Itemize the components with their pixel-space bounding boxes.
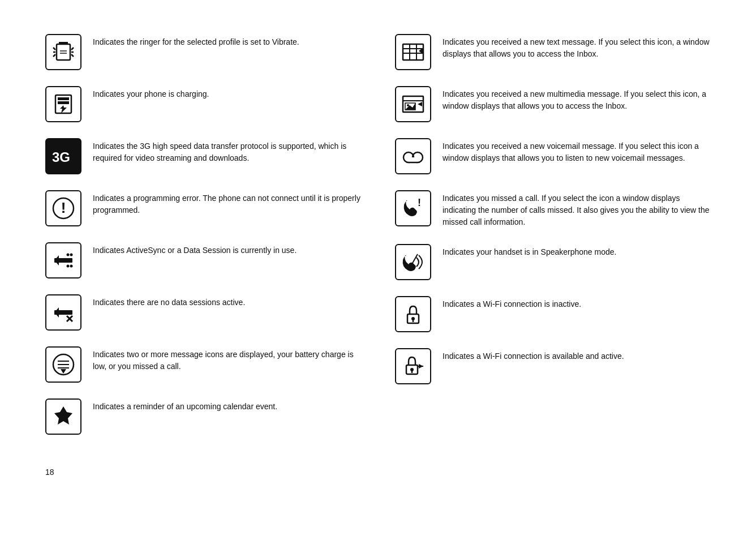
- multi-message-desc: Indicates two or more message icons are …: [93, 346, 361, 372]
- right-column: Indicates you received a new text messag…: [395, 34, 711, 451]
- svg-text:3G: 3G: [52, 149, 70, 165]
- wifi-active-desc: Indicates a Wi-Fi connection is availabl…: [443, 348, 711, 362]
- list-item: Indicates a Wi-Fi connection is inactive…: [395, 296, 711, 332]
- list-item: Indicates your handset is in Speakerphon…: [395, 244, 711, 280]
- page: Indicates the ringer for the selected pr…: [0, 0, 756, 511]
- activesync-desc: Indicates ActiveSync or a Data Session i…: [93, 242, 361, 256]
- list-item: Indicates you received a new text messag…: [395, 34, 711, 70]
- svg-rect-33: [403, 44, 423, 60]
- activesync-icon-box: [45, 242, 81, 278]
- calendar-icon: [51, 404, 76, 429]
- new-mms-desc: Indicates you received a new multimedia …: [443, 86, 711, 112]
- svg-rect-11: [58, 97, 69, 100]
- 3g-desc: Indicates the 3G high speed data transfe…: [93, 138, 361, 164]
- page-number: 18: [45, 468, 711, 477]
- speakerphone-icon-box: [395, 244, 431, 280]
- list-item: Indicates the ringer for the selected pr…: [45, 34, 361, 70]
- list-item: Indicates your phone is charging.: [45, 86, 361, 122]
- svg-rect-12: [58, 101, 69, 104]
- new-text-desc: Indicates you received a new text messag…: [443, 34, 711, 60]
- speakerphone-icon: [401, 250, 426, 275]
- svg-point-22: [70, 265, 73, 268]
- list-item: Indicates two or more message icons are …: [45, 346, 361, 383]
- missed-call-icon-box: !: [395, 190, 431, 226]
- wifi-inactive-icon-box: [395, 296, 431, 332]
- calendar-icon-box: [45, 398, 81, 435]
- speakerphone-desc: Indicates your handset is in Speakerphon…: [443, 244, 711, 258]
- no-data-icon-box: [45, 294, 81, 331]
- list-item: Indicates a Wi-Fi connection is availabl…: [395, 348, 711, 384]
- vibrate-icon: [51, 40, 76, 65]
- svg-marker-44: [418, 102, 422, 106]
- svg-marker-31: [61, 369, 66, 374]
- content: Indicates the ringer for the selected pr…: [45, 34, 711, 451]
- svg-point-21: [67, 265, 70, 268]
- voicemail-desc: Indicates you received a new voicemail m…: [443, 138, 711, 164]
- svg-text:!: !: [418, 197, 421, 208]
- activesync-icon: [51, 248, 76, 273]
- wifi-inactive-desc: Indicates a Wi-Fi connection is inactive…: [443, 296, 711, 310]
- list-item: 3G Indicates the 3G high speed data tran…: [45, 138, 361, 174]
- list-item: Indicates ActiveSync or a Data Session i…: [45, 242, 361, 278]
- multi-message-icon-box: [45, 346, 81, 383]
- error-icon: !: [51, 196, 76, 221]
- svg-marker-43: [405, 103, 415, 110]
- left-column: Indicates the ringer for the selected pr…: [45, 34, 361, 451]
- 3g-icon: 3G: [51, 144, 76, 169]
- list-item: Indicates a reminder of an upcoming cale…: [45, 398, 361, 435]
- wifi-active-icon-box: [395, 348, 431, 384]
- vibrate-desc: Indicates the ringer for the selected pr…: [93, 34, 361, 48]
- no-data-icon: [51, 300, 76, 325]
- 3g-icon-box: 3G: [45, 138, 81, 174]
- error-icon-box: !: [45, 190, 81, 226]
- svg-line-2: [53, 48, 55, 50]
- svg-marker-18: [54, 255, 59, 265]
- svg-rect-1: [59, 42, 68, 44]
- wifi-inactive-icon: [401, 302, 426, 327]
- svg-marker-32: [54, 406, 72, 425]
- new-mms-icon-box: [395, 86, 431, 122]
- charging-icon-box: [45, 86, 81, 122]
- charging-desc: Indicates your phone is charging.: [93, 86, 361, 100]
- missed-call-desc: Indicates you missed a call. If you sele…: [443, 190, 711, 228]
- svg-line-5: [71, 48, 74, 50]
- svg-rect-47: [409, 157, 418, 162]
- calendar-desc: Indicates a reminder of an upcoming cale…: [93, 398, 361, 413]
- missed-call-icon: !: [401, 196, 426, 221]
- svg-marker-13: [60, 105, 67, 113]
- error-desc: Indicates a programming error. The phone…: [93, 190, 361, 216]
- list-item: ! Indicates you missed a call. If you se…: [395, 190, 711, 228]
- voicemail-icon-box: [395, 138, 431, 174]
- list-item: ! Indicates a programming error. The pho…: [45, 190, 361, 226]
- multi-message-icon: [51, 352, 76, 377]
- new-text-icon: [401, 40, 426, 65]
- voicemail-icon: [401, 144, 426, 169]
- svg-rect-0: [57, 44, 70, 60]
- new-text-icon-box: [395, 34, 431, 70]
- svg-point-20: [70, 254, 73, 256]
- vibrate-icon-box: [45, 34, 81, 70]
- no-data-desc: Indicates there are no data sessions act…: [93, 294, 361, 308]
- svg-line-7: [71, 54, 74, 57]
- list-item: Indicates there are no data sessions act…: [45, 294, 361, 331]
- svg-line-4: [53, 54, 55, 57]
- new-mms-icon: [401, 92, 426, 117]
- svg-point-42: [407, 104, 409, 106]
- charging-icon: [51, 92, 76, 117]
- list-item: Indicates you received a new voicemail m…: [395, 138, 711, 174]
- svg-marker-24: [54, 307, 59, 318]
- svg-text:!: !: [61, 199, 66, 216]
- list-item: Indicates you received a new multimedia …: [395, 86, 711, 122]
- svg-point-19: [67, 254, 70, 256]
- wifi-active-icon: [401, 354, 426, 379]
